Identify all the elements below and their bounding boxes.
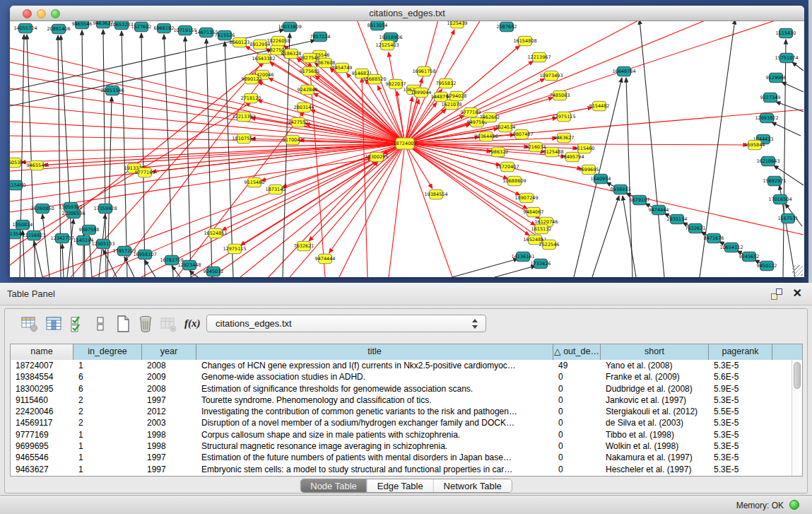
- cell-pagerank[interactable]: 5.3E-5: [709, 440, 772, 452]
- resize-grip[interactable]: [792, 265, 803, 276]
- cell-out_de[interactable]: 0: [553, 383, 601, 395]
- graph-node-2803144[interactable]: 2803144: [294, 103, 314, 112]
- graph-node-10654112[interactable]: 10654112: [719, 243, 743, 252]
- graph-node-7615526[interactable]: 7615526: [215, 30, 235, 40]
- cell-short[interactable]: Tibbo et al. (1998): [601, 429, 709, 440]
- graph-node-15688520[interactable]: 15688520: [363, 74, 386, 84]
- graph-node-16154808[interactable]: 16154808: [513, 36, 536, 46]
- tab-node-table[interactable]: Node Table: [300, 479, 367, 492]
- graph-node-16210643[interactable]: 16210643: [756, 156, 779, 166]
- graph-node-17359928[interactable]: 17359928: [93, 204, 117, 214]
- graph-node-8660123[interactable]: 8660123: [230, 37, 250, 47]
- cell-name[interactable]: 18300295: [11, 383, 73, 395]
- graph-node-9450112[interactable]: 9450112: [757, 261, 777, 271]
- graph-node-6966162[interactable]: 6966162: [154, 23, 175, 33]
- table-settings-icon[interactable]: [20, 315, 39, 333]
- cell-out_de[interactable]: 0: [553, 371, 601, 382]
- table-vertical-scrollbar[interactable]: [792, 360, 802, 476]
- cell-short[interactable]: Stergiakouli et al. (2012): [601, 406, 709, 417]
- close-panel-icon[interactable]: ✕: [793, 286, 802, 300]
- cell-pagerank[interactable]: 5.6E-5: [709, 371, 772, 382]
- network-view-window[interactable]: citations_edges.txt 14055724208914069465…: [10, 6, 804, 277]
- citation-edge[interactable]: [772, 122, 801, 136]
- graph-node-16648784[interactable]: 16648784: [612, 66, 635, 76]
- cell-name[interactable]: 9463627: [11, 464, 73, 475]
- graph-node-1145194[interactable]: 1145194: [73, 235, 94, 245]
- graph-node-12093822[interactable]: 12093822: [755, 113, 778, 123]
- cell-name[interactable]: 9465546: [11, 452, 73, 463]
- cell-name[interactable]: 9699695: [11, 440, 73, 452]
- graph-node-15692971[interactable]: 15692971: [763, 176, 786, 186]
- tab-network-table[interactable]: Network Table: [434, 479, 512, 492]
- table-row[interactable]: 1456911722003Disruption of a novel membe…: [11, 417, 802, 428]
- cell-out_de[interactable]: 0: [553, 395, 601, 406]
- cell-name[interactable]: 9115460: [11, 395, 73, 406]
- cell-year[interactable]: 2012: [142, 406, 196, 417]
- graph-node-12975115[interactable]: 12975115: [223, 244, 246, 254]
- graph-node-9484067[interactable]: 9484067: [524, 207, 544, 217]
- graph-node-9245012[interactable]: 9245012: [204, 267, 224, 276]
- graph-node-1640954[interactable]: 1640954: [591, 174, 611, 184]
- graph-node-12342737[interactable]: 12342737: [50, 233, 73, 243]
- cell-out_de[interactable]: 0: [553, 417, 601, 428]
- cell-short[interactable]: Wolkin et al. (1998): [601, 440, 709, 452]
- citation-edge[interactable]: [122, 31, 127, 277]
- table-row[interactable]: 946362711997Embryonic stem cells: a mode…: [11, 464, 802, 475]
- graph-node-9154482[interactable]: 9154482: [589, 101, 610, 111]
- window-titlebar[interactable]: citations_edges.txt: [10, 6, 804, 21]
- table-row[interactable]: 1872400712008Changes of HCN gene express…: [11, 360, 802, 371]
- table-row[interactable]: 1830029562008Estimation of significance …: [11, 383, 802, 395]
- cell-in_degree[interactable]: 1: [73, 360, 142, 371]
- cell-name[interactable]: 18724007: [11, 360, 73, 371]
- graph-node-7632621[interactable]: 7632621: [294, 241, 314, 251]
- cell-in_degree[interactable]: 1: [73, 429, 142, 440]
- cell-title[interactable]: Genome-wide association studies in ADHD.: [196, 371, 553, 382]
- graph-node-19384554[interactable]: 19384554: [424, 189, 447, 199]
- cell-name[interactable]: 9777169: [11, 429, 73, 440]
- graph-node-1115410[interactable]: 1115410: [776, 28, 796, 38]
- cell-pagerank[interactable]: 5.3E-5: [709, 417, 772, 428]
- graph-node-7955812[interactable]: 7955812: [436, 78, 457, 88]
- graph-node-9129966[interactable]: 9129966: [766, 73, 787, 83]
- cell-short[interactable]: Nakamura et al. (1997): [601, 452, 709, 463]
- graph-node-1615132[interactable]: 1615132: [531, 224, 552, 234]
- cell-in_degree[interactable]: 2: [73, 395, 142, 406]
- graph-node-6679197[interactable]: 6679197: [630, 195, 650, 205]
- citation-edge-red[interactable]: [405, 144, 452, 277]
- citation-edge-red[interactable]: [21, 144, 405, 163]
- table-select-combo[interactable]: citations_edges.txt: [206, 315, 486, 332]
- citation-edge[interactable]: [42, 214, 49, 277]
- cell-in_degree[interactable]: 6: [73, 383, 142, 395]
- graph-node-9115460[interactable]: 9115460: [10, 180, 25, 190]
- cell-title[interactable]: Estimation of significance thresholds fo…: [196, 383, 553, 395]
- graph-node-18605399[interactable]: 18605399: [10, 158, 26, 168]
- citation-edge-red[interactable]: [10, 103, 251, 249]
- column-header-title[interactable]: title: [196, 344, 553, 360]
- cell-in_degree[interactable]: 1: [73, 452, 142, 463]
- graph-node-18907249[interactable]: 18907249: [514, 193, 538, 203]
- table-row[interactable]: 2242004622012Investigating the contribut…: [11, 406, 802, 417]
- citation-edge[interactable]: [206, 39, 212, 277]
- graph-node-9463627[interactable]: 9463627: [554, 133, 575, 143]
- cell-in_degree[interactable]: 1: [73, 464, 142, 475]
- cell-year[interactable]: 1998: [142, 429, 196, 440]
- cell-pagerank[interactable]: 5.3E-5: [709, 464, 772, 475]
- graph-node-20364486[interactable]: 20364486: [474, 132, 498, 141]
- graph-node-2522546[interactable]: 2522546: [539, 240, 560, 250]
- cell-in_degree[interactable]: 1: [73, 440, 142, 452]
- graph-node-9777169[interactable]: 9777169: [135, 168, 155, 177]
- graph-node-9699695[interactable]: 9699695: [579, 165, 599, 175]
- graph-node-10653287[interactable]: 10653287: [110, 21, 133, 30]
- graph-node-12923448[interactable]: 12923448: [177, 260, 201, 270]
- graph-node-1595844[interactable]: 1595844: [745, 140, 765, 150]
- cell-pagerank[interactable]: 5.3E-5: [709, 452, 772, 463]
- graph-node-1873142[interactable]: 1873142: [266, 185, 286, 194]
- graph-node-2718120[interactable]: 2718120: [241, 93, 261, 103]
- graph-node-9245652[interactable]: 9245652: [739, 252, 760, 262]
- citation-edge[interactable]: [67, 219, 73, 277]
- graph-node-9474444[interactable]: 9474444: [649, 205, 669, 215]
- graph-node-10719155[interactable]: 10719155: [173, 25, 196, 35]
- column-header-pagerank[interactable]: pagerank: [709, 344, 772, 360]
- graph-node-18724007[interactable]: 18724007: [393, 138, 416, 149]
- citation-edge[interactable]: [776, 102, 804, 112]
